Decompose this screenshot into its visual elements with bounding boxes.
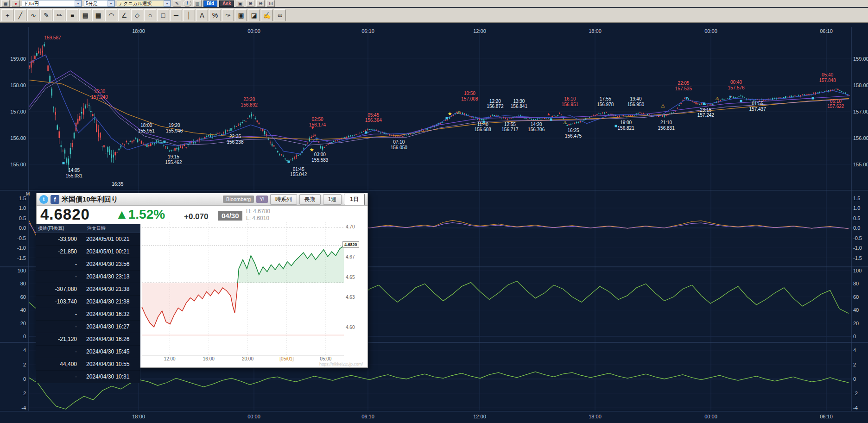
yield-time-label: 12:00: [158, 356, 181, 361]
tool-edit[interactable]: ✍: [261, 9, 273, 21]
zoom-in-icon[interactable]: ⊕: [246, 0, 254, 7]
pl-value: -: [36, 373, 81, 380]
chevron-down-icon[interactable]: ▼: [164, 0, 171, 6]
bloomberg-badge[interactable]: Bloomberg: [223, 196, 254, 203]
yield-value-label: 4.70: [346, 224, 355, 229]
tool-polyline[interactable]: ∿: [27, 9, 39, 21]
tab-1day[interactable]: 1日: [344, 194, 365, 205]
tool-rectangle[interactable]: □: [157, 9, 169, 21]
drawing-toolbar: ＋╱∿✎✏≡▤▦◠∠◇○□─│A%✑▣◪✍∞: [0, 8, 868, 23]
yield-value-label: 4.63: [346, 295, 355, 300]
info-icon[interactable]: i: [183, 0, 191, 7]
chevron-down-icon[interactable]: ▼: [75, 0, 82, 6]
position-row[interactable]: -21,1202024/04/30 16:26: [36, 333, 140, 346]
pl-value: -: [36, 261, 81, 267]
moving-averages-layer: [29, 55, 849, 154]
pl-value: -21,850: [36, 248, 81, 255]
position-row[interactable]: -2024/04/30 23:56: [36, 258, 140, 271]
technical-select-value: テクニカル選択: [119, 0, 152, 7]
yield-time-label: 05:00: [315, 356, 337, 361]
tool-crosshair[interactable]: ＋: [1, 9, 13, 21]
position-row[interactable]: -2024/04/30 16:32: [36, 308, 140, 321]
app-grid-icon[interactable]: ▦: [1, 0, 10, 7]
tool-fib-retracement[interactable]: ▤: [79, 9, 91, 21]
tool-layers[interactable]: ▣: [235, 9, 247, 21]
popup-header[interactable]: t f 米国債10年利回り Bloomberg Y! 時系列 長期 1週 1日: [37, 193, 367, 206]
facebook-icon[interactable]: f: [51, 195, 59, 204]
yield-time-label: 20:00: [236, 356, 259, 361]
position-row[interactable]: -2024/04/30 16:27: [36, 321, 140, 333]
timeframe-select[interactable]: 5分足 ▼: [84, 0, 115, 7]
order-time: 2024/05/01 00:21: [81, 236, 140, 242]
bid-button[interactable]: Bid: [203, 0, 217, 7]
tab-longterm[interactable]: 長期: [299, 194, 321, 205]
tool-angle[interactable]: ∠: [118, 9, 130, 21]
tool-fib-fan[interactable]: ▦: [92, 9, 104, 21]
tool-vertical-line[interactable]: │: [183, 9, 195, 21]
current-value-tag: 4.6820: [342, 241, 359, 248]
popup-title: 米国債10年利回り: [62, 195, 118, 204]
order-time: 2024/05/01 00:21: [81, 248, 140, 255]
order-time: 2024/04/30 16:32: [81, 311, 140, 317]
order-time: 2024/04/30 10:55: [81, 361, 140, 367]
technical-select[interactable]: テクニカル選択 ▼: [117, 0, 171, 7]
record-icon[interactable]: ●: [12, 0, 20, 7]
candles-layer: [29, 42, 850, 171]
pl-value: 44,400: [36, 361, 81, 367]
timeframe-select-value: 5分足: [86, 0, 98, 7]
tool-text[interactable]: A: [196, 9, 208, 21]
pair-select-value: ドル/円: [24, 0, 39, 7]
tool-ellipse[interactable]: ○: [144, 9, 156, 21]
order-time: 2024/04/30 23:56: [81, 261, 140, 267]
chart-type-icon[interactable]: ▥: [193, 0, 202, 7]
order-time: 2024/04/30 21:38: [81, 298, 140, 305]
yield-time-label: 16:00: [197, 356, 220, 361]
draw-icon[interactable]: ✎: [173, 0, 181, 7]
watermark-url: https://nikkei225jp.com/: [319, 362, 363, 366]
position-row[interactable]: 44,4002024/04/30 10:55: [36, 358, 140, 371]
yield-value-label: 4.60: [346, 325, 355, 330]
twitter-icon[interactable]: t: [39, 195, 48, 204]
order-time: 2024/04/30 21:38: [81, 286, 140, 292]
pl-value: -: [36, 323, 81, 330]
pl-value: -103,740: [36, 298, 81, 305]
zoom-area-icon[interactable]: ⊡: [266, 0, 275, 7]
chevron-down-icon[interactable]: ▼: [108, 0, 114, 6]
tool-brush[interactable]: ✑: [222, 9, 234, 21]
tool-arc[interactable]: ◠: [105, 9, 117, 21]
top-toolbar: ▦ ● ドル/円 ▼ 5分足 ▼ テクニカル選択 ▼ ✎ i ▥ Bid Ask…: [0, 0, 868, 7]
pl-value: -: [36, 311, 81, 317]
position-row[interactable]: -21,8502024/05/01 00:21: [36, 246, 140, 258]
pl-value: -: [36, 273, 81, 280]
tool-horizontal-lines[interactable]: ≡: [66, 9, 78, 21]
position-row[interactable]: -33,9002024/05/01 00:21: [36, 233, 140, 246]
position-row[interactable]: -2024/04/30 23:13: [36, 271, 140, 283]
position-row[interactable]: -2024/04/30 15:45: [36, 346, 140, 358]
tool-trendline[interactable]: ╱: [14, 9, 26, 21]
pl-value: -21,120: [36, 336, 81, 342]
position-row[interactable]: -103,7402024/04/30 21:38: [36, 296, 140, 308]
tool-eraser[interactable]: ◪: [248, 9, 260, 21]
tool-percent[interactable]: %: [209, 9, 221, 21]
ask-button[interactable]: Ask: [219, 0, 234, 7]
tool-link[interactable]: ∞: [274, 9, 286, 21]
order-time: 2024/04/30 10:31: [81, 373, 140, 380]
position-row[interactable]: -2024/04/30 10:31: [36, 371, 140, 383]
tool-ray[interactable]: ✎: [40, 9, 52, 21]
tab-1week[interactable]: 1週: [323, 194, 342, 205]
yahoo-badge[interactable]: Y!: [256, 196, 267, 203]
indicator-line-layer: [29, 372, 849, 410]
tab-timeseries[interactable]: 時系列: [270, 194, 297, 205]
pl-value: -307,080: [36, 286, 81, 292]
stamp-icon[interactable]: ▣: [236, 0, 244, 7]
col-ordertime: 注文日時: [81, 225, 140, 232]
yield-value-label: 4.65: [346, 275, 355, 280]
tool-horizontal-line[interactable]: ─: [170, 9, 182, 21]
tool-marker[interactable]: ✏: [53, 9, 65, 21]
position-row[interactable]: -307,0802024/04/30 21:38: [36, 283, 140, 296]
positions-table[interactable]: 損益(円換算) 注文日時 -33,9002024/05/01 00:21-21,…: [36, 224, 140, 383]
pair-select[interactable]: ドル/円 ▼: [22, 0, 82, 7]
tool-polygon[interactable]: ◇: [131, 9, 143, 21]
order-time: 2024/04/30 16:26: [81, 336, 140, 342]
zoom-out-icon[interactable]: ⊖: [256, 0, 265, 7]
